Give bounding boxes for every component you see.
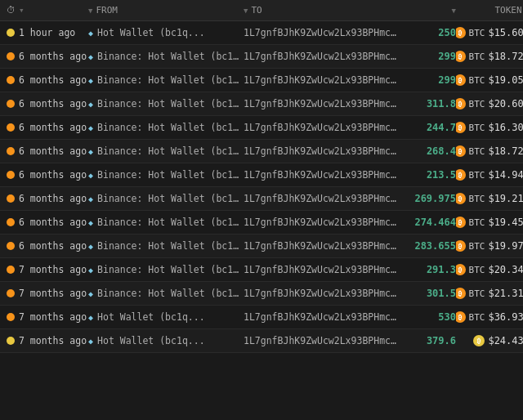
time-value: 6 months ago — [19, 169, 87, 181]
to-cell[interactable]: 1L7gnfBJhK9ZwUcw2Lx93BPHmcd... — [244, 288, 399, 299]
exchange-icon: ◆ — [88, 337, 93, 346]
time-cell: 7 months ago — [7, 311, 88, 323]
amount-cell: 283.655 — [399, 240, 456, 252]
to-address: 1L7gnfBJhK9ZwUcw2Lx93BPHmcd... — [244, 74, 399, 86]
time-filter-icon[interactable]: ⏱ — [7, 5, 16, 16]
exchange-icon: ◆ — [88, 123, 93, 132]
table-body: 1 hour ago ◆ Hot Wallet (bc1q... 1L7gnfB… — [0, 21, 523, 353]
amount-value: 301.5 — [427, 288, 456, 299]
table-row[interactable]: 6 months ago ◆ Binance: Hot Wallet (bc1q… — [0, 211, 523, 235]
amount-cell: 301.5 — [399, 288, 456, 299]
table-row[interactable]: 6 months ago ◆ Binance: Hot Wallet (bc1q… — [0, 92, 523, 116]
from-cell[interactable]: ◆ Binance: Hot Wallet (bc1q... — [88, 264, 244, 275]
exchange-icon: ◆ — [88, 147, 93, 156]
table-row[interactable]: 6 months ago ◆ Binance: Hot Wallet (bc1q… — [0, 69, 523, 92]
status-dot — [7, 171, 15, 179]
token-cell: ₿ BTC $20.60M — [456, 98, 523, 109]
status-dot — [7, 266, 15, 274]
filter-icon[interactable]: ▾ — [19, 5, 25, 16]
table-row[interactable]: 6 months ago ◆ Binance: Hot Wallet (bc1q… — [0, 235, 523, 258]
to-address: 1L7gnfBJhK9ZwUcw2Lx93BPHmcd... — [244, 145, 399, 157]
token-label: BTC — [469, 170, 485, 181]
status-dot — [7, 147, 15, 155]
exchange-icon: ◆ — [88, 242, 93, 251]
filter-icon-from[interactable]: ▼ — [88, 7, 92, 15]
status-dot — [7, 52, 15, 60]
amount-value: 268.4 — [427, 145, 456, 157]
amount-value: 299 — [438, 51, 456, 62]
amount-cell: 268.4 — [399, 145, 456, 157]
from-address: Binance: Hot Wallet (bc1q... — [97, 264, 244, 275]
to-cell[interactable]: 1L7gnfBJhK9ZwUcw2Lx93BPHmcd... — [244, 145, 399, 157]
to-cell[interactable]: 1L7gnfBJhK9ZwUcw2Lx93BPHmcd... — [244, 169, 399, 181]
usd-value: $20.34M — [488, 264, 523, 275]
to-cell[interactable]: 1L7gnfBJhK9ZwUcw2Lx93BPHmcd... — [244, 240, 399, 252]
from-cell[interactable]: ◆ Binance: Hot Wallet (bc1q... — [88, 169, 244, 181]
token-label: BTC — [469, 194, 485, 204]
token-label: BTC — [469, 51, 485, 62]
token-cell: ₿ BTC $18.72M — [456, 51, 523, 62]
usd-value: $20.60M — [488, 98, 523, 109]
time-cell: 7 months ago — [7, 288, 88, 299]
from-cell[interactable]: ◆ Hot Wallet (bc1q... — [88, 311, 244, 323]
from-cell[interactable]: ◆ Hot Wallet (bc1q... — [88, 335, 244, 346]
from-cell[interactable]: ◆ Hot Wallet (bc1q... — [88, 27, 244, 38]
to-cell[interactable]: 1L7gnfBJhK9ZwUcw2Lx93BPHmcd... — [244, 98, 399, 109]
usd-value: $15.60M — [488, 27, 523, 38]
status-dot — [7, 123, 15, 132]
btc-icon: ₿ — [456, 74, 466, 86]
from-cell[interactable]: ◆ Binance: Hot Wallet (bc1q... — [88, 98, 244, 109]
token-cell: ₿ BTC $18.72M — [456, 145, 523, 157]
to-cell[interactable]: 1L7gnfBJhK9ZwUcw2Lx93BPHmcd... — [244, 217, 399, 228]
to-cell[interactable]: 1L7gnfBJhK9ZwUcw2Lx93BPHmcd... — [244, 311, 399, 323]
to-cell[interactable]: 1L7gnfBJhK9ZwUcw2Lx93BPHmcd... — [244, 335, 399, 346]
from-cell[interactable]: ◆ Binance: Hot Wallet (bc1q... — [88, 145, 244, 157]
amount-cell: 244.7 — [399, 122, 456, 133]
to-cell[interactable]: 1L7gnfBJhK9ZwUcw2Lx93BPHmcd... — [244, 74, 399, 86]
amount-value: 283.655 — [414, 240, 456, 252]
table-row[interactable]: 7 months ago ◆ Binance: Hot Wallet (bc1q… — [0, 258, 523, 282]
table-row[interactable]: 6 months ago ◆ Binance: Hot Wallet (bc1q… — [0, 187, 523, 211]
from-cell[interactable]: ◆ Binance: Hot Wallet (bc1q... — [88, 240, 244, 252]
from-cell[interactable]: ◆ Binance: Hot Wallet (bc1q... — [88, 288, 244, 299]
btc-icon: ₿ — [456, 27, 466, 38]
amount-value: 250 — [438, 27, 456, 38]
exchange-icon: ◆ — [88, 100, 93, 109]
amount-value: 244.7 — [427, 122, 456, 133]
table-row[interactable]: 7 months ago ◆ Hot Wallet (bc1q... 1L7gn… — [0, 329, 523, 353]
table-row[interactable]: 7 months ago ◆ Hot Wallet (bc1q... 1L7gn… — [0, 306, 523, 329]
amount-cell: 530 — [399, 311, 456, 323]
from-cell[interactable]: ◆ Binance: Hot Wallet (bc1q... — [88, 193, 244, 204]
time-cell: 7 months ago — [7, 335, 88, 346]
exchange-icon: ◆ — [88, 29, 93, 38]
from-address: Binance: Hot Wallet (bc1q... — [97, 193, 244, 204]
table-row[interactable]: 1 hour ago ◆ Hot Wallet (bc1q... 1L7gnfB… — [0, 21, 523, 45]
amount-cell: 213.5 — [399, 169, 456, 181]
from-address: Binance: Hot Wallet (bc1q... — [97, 98, 244, 109]
table-row[interactable]: 7 months ago ◆ Binance: Hot Wallet (bc1q… — [0, 282, 523, 306]
exchange-icon: ◆ — [88, 76, 93, 85]
to-cell[interactable]: 1L7gnfBJhK9ZwUcw2Lx93BPHmcd... — [244, 122, 399, 133]
from-cell[interactable]: ◆ Binance: Hot Wallet (bc1q... — [88, 51, 244, 62]
from-address: Binance: Hot Wallet (bc1q... — [97, 122, 244, 133]
table-row[interactable]: 6 months ago ◆ Binance: Hot Wallet (bc1q… — [0, 45, 523, 69]
table-row[interactable]: 6 months ago ◆ Binance: Hot Wallet (bc1q… — [0, 116, 523, 140]
time-value: 6 months ago — [19, 74, 87, 86]
to-cell[interactable]: 1L7gnfBJhK9ZwUcw2Lx93BPHmcd... — [244, 193, 399, 204]
to-cell[interactable]: 1L7gnfBJhK9ZwUcw2Lx93BPHmcd... — [244, 264, 399, 275]
token-label: BTC — [469, 146, 485, 157]
status-dot — [7, 337, 15, 345]
time-value: 6 months ago — [19, 145, 87, 157]
table-row[interactable]: 6 months ago ◆ Binance: Hot Wallet (bc1q… — [0, 140, 523, 163]
from-cell[interactable]: ◆ Binance: Hot Wallet (bc1q... — [88, 122, 244, 133]
to-cell[interactable]: 1L7gnfBJhK9ZwUcw2Lx93BPHmcd... — [244, 27, 399, 38]
from-cell[interactable]: ◆ Binance: Hot Wallet (bc1q... — [88, 74, 244, 86]
amount-cell: 250 — [399, 27, 456, 38]
to-cell[interactable]: 1L7gnfBJhK9ZwUcw2Lx93BPHmcd... — [244, 51, 399, 62]
filter-icon-to[interactable]: ▼ — [244, 7, 248, 15]
table-row[interactable]: 6 months ago ◆ Binance: Hot Wallet (bc1q… — [0, 163, 523, 187]
from-address: Binance: Hot Wallet (bc1q... — [97, 288, 244, 299]
from-address: Hot Wallet (bc1q... — [97, 335, 205, 346]
from-cell[interactable]: ◆ Binance: Hot Wallet (bc1q... — [88, 217, 244, 228]
amount-value: 379.6 — [427, 335, 456, 346]
